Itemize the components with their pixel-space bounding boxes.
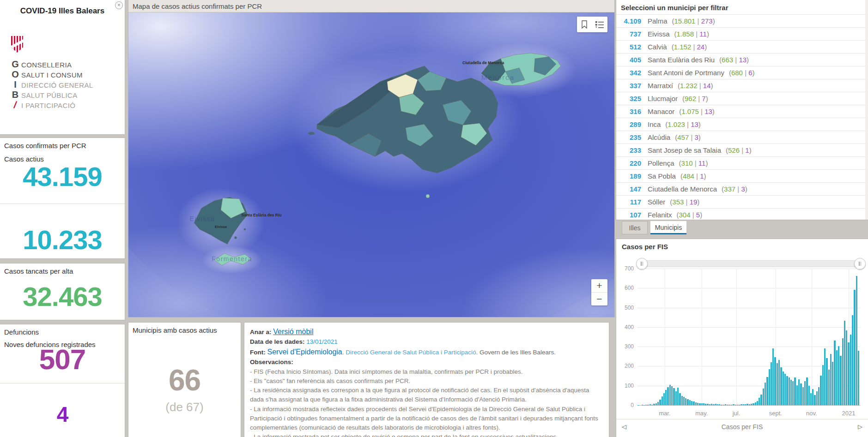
municipality-name: Pollença — [648, 159, 674, 167]
list-item[interactable]: 233Sant Josep de sa Talaia(526 | 1) — [616, 144, 868, 156]
tab-illes[interactable]: Illes — [622, 221, 648, 234]
histogram-bar — [755, 402, 756, 405]
close-icon[interactable]: ✕ — [115, 1, 123, 9]
histogram-bar — [830, 354, 832, 405]
bookmark-icon[interactable] — [580, 20, 589, 29]
list-item[interactable]: 107Felanitx(304 | 5) — [616, 208, 868, 220]
histogram-bar — [774, 357, 776, 405]
histogram-bar — [783, 371, 784, 405]
list-item[interactable]: 117Sóller(353 | 19) — [616, 195, 868, 208]
list-item[interactable]: 316Manacor(1.075 | 13) — [616, 105, 868, 118]
list-header: Seleccioni un municipi per filtrar — [616, 0, 868, 14]
confirmed-deaths-meta: (353 | 19) — [670, 198, 699, 206]
histogram-bar — [741, 404, 742, 405]
fis-histogram — [637, 269, 860, 405]
confirmed-deaths-meta: (337 | 3) — [722, 185, 747, 193]
histogram-bar — [707, 404, 708, 405]
zoom-out-button[interactable]: − — [591, 293, 607, 305]
prev-category-button[interactable]: ◁ — [616, 423, 632, 430]
histogram-bar — [703, 403, 704, 405]
histogram-bar — [806, 377, 807, 405]
histogram-bar — [723, 405, 724, 405]
chart-range-slider[interactable] — [637, 260, 864, 267]
stat-label-tancats: Casos tancats per alta — [0, 263, 125, 275]
histogram-bar — [662, 396, 663, 405]
observation-line: - Els "casos" fan referència als casos c… — [250, 377, 603, 386]
confirmed-deaths-meta: (1.075 | 13) — [679, 108, 714, 115]
histogram-bar — [717, 404, 718, 405]
list-item[interactable]: 235Alcúdia(457 | 3) — [616, 131, 868, 144]
list-scrollbar[interactable] — [865, 0, 868, 220]
list-item[interactable]: 512Calvià(1.152 | 24) — [616, 40, 868, 53]
list-item[interactable]: 405Santa Eulària des Riu(663 | 13) — [616, 53, 868, 66]
stat-value-noves-defuncions: 4 — [0, 402, 125, 427]
histogram-bar — [679, 393, 680, 405]
histogram-bar — [729, 405, 730, 405]
mobile-version-link[interactable]: Versió mòbil — [273, 328, 313, 335]
histogram-bar — [810, 393, 812, 405]
list-item[interactable]: 737Eivissa(1.858 | 11) — [616, 27, 868, 40]
histogram-bar — [792, 381, 794, 405]
list-item[interactable]: 337Marratxí(1.232 | 14) — [616, 79, 868, 92]
font-link-epidemiologia[interactable]: Servei d'Epidemiologia — [267, 348, 342, 356]
list-item[interactable]: 220Pollença(310 | 11) — [616, 156, 868, 169]
map-canvas[interactable]: Menorca Ciutadella de Menorca Eivissa Ei… — [128, 12, 614, 317]
histogram-bar — [749, 404, 750, 405]
list-item[interactable]: 342Sant Antoni de Portmany(680 | 6) — [616, 66, 868, 79]
histogram-bar — [796, 385, 798, 405]
observation-line: - FIS (Fecha Inicio Síntomas). Data inic… — [250, 367, 603, 377]
legend-icon[interactable] — [595, 20, 604, 29]
municipality-name: Inca — [648, 120, 661, 128]
histogram-bar — [802, 387, 804, 405]
x-tick-label: nov. — [795, 410, 828, 417]
histogram-bar — [846, 330, 847, 405]
list-item[interactable]: 289Inca(1.023 | 13) — [616, 118, 868, 131]
map-zoom-controls: + − — [591, 279, 607, 305]
municipality-name: Palma — [648, 17, 668, 25]
map-toolbar — [577, 17, 607, 32]
x-tick-label: sept. — [759, 410, 792, 417]
histogram-bar — [673, 388, 674, 405]
stat-value-defuncions: 507 — [0, 343, 125, 376]
histogram-bar — [735, 405, 736, 405]
histogram-bar — [828, 370, 830, 405]
range-slider-left-handle[interactable] — [636, 258, 648, 269]
active-cases-count: 189 — [621, 172, 641, 180]
municipality-name: Sant Josep de sa Talaia — [648, 146, 721, 154]
list-item[interactable]: 325Llucmajor(962 | 7) — [616, 92, 868, 105]
histogram-bar — [751, 404, 752, 405]
list-item[interactable]: 4.109Palma(15.801 | 273) — [616, 14, 868, 27]
balearic-islands-map: Menorca Ciutadella de Menorca Eivissa Ei… — [128, 12, 614, 317]
histogram-bar — [818, 387, 819, 405]
municipis-actius-label: Municipis amb casos actius — [128, 323, 241, 334]
histogram-bar — [739, 405, 740, 405]
font-link-direccio[interactable]: Direcció General de Salut Pública i Part… — [346, 349, 476, 356]
range-slider-right-handle[interactable] — [854, 258, 866, 269]
municipality-name: Santa Eulària des Riu — [648, 56, 715, 64]
tab-municipis[interactable]: Municipis — [650, 221, 686, 234]
y-tick-label: 700 — [616, 265, 634, 272]
list-item[interactable]: 189Sa Pobla(484 | 1) — [616, 169, 868, 182]
histogram-bar — [659, 400, 661, 405]
histogram-bar — [687, 399, 688, 405]
active-cases-count: 512 — [621, 43, 641, 51]
histogram-bar — [657, 402, 659, 405]
zoom-in-button[interactable]: + — [591, 279, 607, 293]
next-category-button[interactable]: ▷ — [852, 423, 868, 430]
histogram-bar — [850, 335, 851, 405]
confirmed-deaths-meta: (1.023 | 13) — [665, 120, 700, 128]
histogram-bar — [766, 377, 768, 405]
histogram-bar — [822, 365, 824, 405]
confirmed-deaths-meta: (15.801 | 273) — [672, 17, 715, 25]
stat-card-defuncions: Defuncions 507 Noves defuncions registra… — [0, 324, 125, 437]
y-tick-label: 100 — [616, 383, 634, 389]
goib-logo: GCONSELLERIAOSALUT I CONSUMIDIRECCIÓ GEN… — [9, 36, 93, 110]
histogram-bar — [834, 341, 835, 405]
histogram-bar — [856, 276, 857, 405]
histogram-bar — [778, 360, 780, 405]
list-item[interactable]: 147Ciutadella de Menorca(337 | 3) — [616, 182, 868, 195]
histogram-bar — [777, 363, 778, 405]
municipality-name: Sant Antoni de Portmany — [648, 69, 724, 77]
municipality-name: Marratxí — [648, 82, 673, 90]
histogram-bar — [701, 403, 703, 405]
